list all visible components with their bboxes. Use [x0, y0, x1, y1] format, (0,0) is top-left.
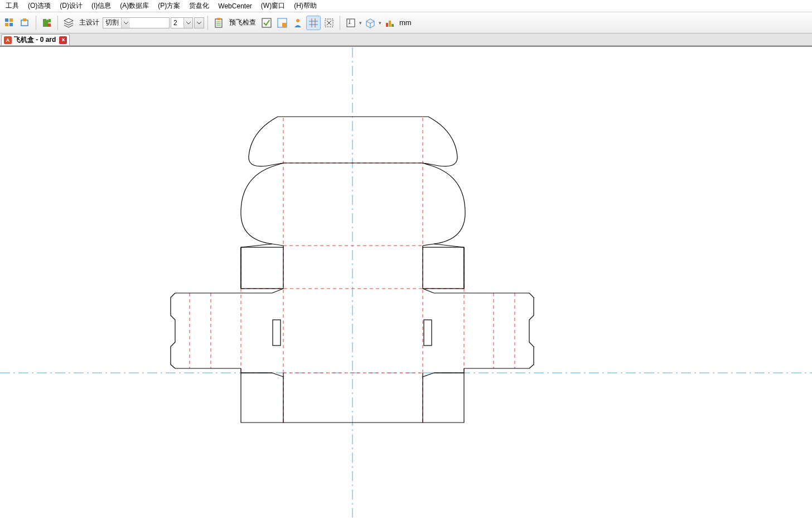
chevron-down-icon [121, 18, 130, 28]
bar-chart-icon[interactable] [383, 16, 397, 30]
svg-rect-44 [273, 320, 281, 346]
number-input[interactable]: 2 [171, 17, 193, 28]
chevron-down-icon [183, 18, 192, 28]
menu-design[interactable]: (D)设计 [55, 0, 87, 12]
svg-rect-6 [47, 23, 51, 27]
tool-puzzle-icon[interactable] [40, 16, 54, 30]
menu-palletize[interactable]: 货盘化 [185, 0, 214, 12]
svg-rect-0 [5, 18, 8, 22]
dropdown-indicator: ▾ [359, 20, 362, 26]
layer-select-value: 切割 [103, 18, 121, 27]
preflight-label: 预飞检查 [227, 18, 258, 27]
menu-options[interactable]: (O)选项 [23, 0, 55, 12]
svg-rect-22 [386, 23, 388, 27]
tool-icon-2[interactable] [18, 16, 32, 30]
menu-database[interactable]: (A)数据库 [115, 0, 153, 12]
toolbar-separator [340, 16, 340, 30]
box-icon[interactable] [363, 16, 378, 30]
check-icon-1[interactable] [259, 16, 274, 30]
toolbar-separator [207, 16, 208, 30]
main-design-label: 主设计 [77, 18, 102, 27]
chevron-down-icon [195, 18, 204, 28]
svg-rect-23 [389, 21, 391, 27]
close-tab-button[interactable]: × [59, 36, 67, 44]
document-icon: A [4, 36, 12, 44]
empty-select[interactable] [194, 17, 204, 28]
svg-rect-3 [9, 23, 13, 26]
svg-rect-2 [5, 23, 8, 26]
unit-label: mm [398, 18, 413, 27]
menu-info[interactable]: (I)信息 [87, 0, 115, 12]
svg-rect-8 [217, 18, 220, 20]
dieline-drawing [0, 47, 812, 518]
tool-layers-icon[interactable] [61, 16, 76, 30]
grid-icon[interactable] [306, 16, 321, 30]
check-icon-2[interactable] [275, 16, 289, 30]
clipboard-icon[interactable] [211, 16, 226, 30]
toolbar-separator [36, 16, 36, 30]
svg-rect-42 [423, 247, 464, 289]
svg-rect-14 [282, 23, 287, 27]
dropdown-indicator: ▾ [379, 20, 381, 26]
bounds-icon[interactable] [322, 16, 336, 30]
tab-bar: A 飞机盒 - 0 ard × [0, 33, 812, 46]
svg-rect-1 [9, 18, 13, 22]
menu-tools[interactable]: 工具 [1, 0, 23, 12]
menu-webcenter[interactable]: WebCenter [214, 1, 256, 11]
svg-rect-5 [23, 18, 26, 21]
toolbar-separator [57, 16, 58, 30]
number-value: 2 [173, 19, 177, 27]
person-icon[interactable] [291, 16, 305, 30]
menu-window[interactable]: (W)窗口 [257, 0, 289, 12]
tool-icon-1[interactable] [2, 16, 17, 30]
menu-bar: 工具 (O)选项 (D)设计 (I)信息 (A)数据库 (P)方案 货盘化 We… [0, 0, 812, 12]
toolbar: 主设计 切割 2 预飞检查 ▾ ▾ mm [0, 12, 812, 33]
menu-plan[interactable]: (P)方案 [153, 0, 185, 12]
svg-point-15 [296, 19, 299, 22]
menu-help[interactable]: (H)帮助 [289, 0, 321, 12]
tab-title: 飞机盒 - 0 ard [14, 35, 56, 45]
design-canvas[interactable] [0, 46, 812, 518]
svg-rect-45 [424, 320, 432, 346]
svg-rect-41 [241, 247, 283, 289]
document-tab[interactable]: A 飞机盒 - 0 ard × [1, 34, 70, 45]
note-icon[interactable] [344, 16, 358, 30]
layer-select[interactable]: 切割 [103, 17, 170, 28]
svg-rect-24 [392, 24, 394, 27]
svg-rect-21 [347, 19, 355, 27]
svg-rect-12 [262, 18, 271, 27]
